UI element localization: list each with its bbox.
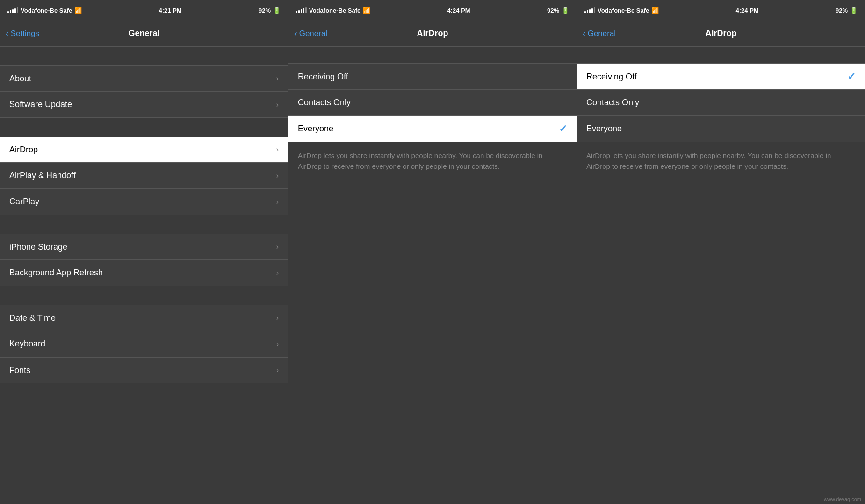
carplay-label: CarPlay [9, 197, 39, 207]
section-gap-3a [577, 47, 865, 64]
watermark: www.devaq.com [824, 497, 861, 502]
about-label: About [9, 74, 31, 84]
description-text-2: AirDrop lets you share instantly with pe… [298, 151, 567, 172]
list-item-fonts[interactable]: Fonts › [0, 357, 288, 383]
panel-airdrop-receiving-off: Vodafone-Be Safe 📶 4:24 PM 92% 🔋 ‹ Gener… [577, 0, 865, 504]
battery-icon-2: 🔋 [562, 7, 569, 14]
section-gap-1d [0, 286, 288, 305]
status-bar-1: Vodafone-Be Safe 📶 4:21 PM 92% 🔋 [0, 0, 288, 21]
software-update-label: Software Update [9, 100, 72, 109]
wifi-icon-3: 📶 [651, 7, 659, 14]
wifi-icon-1: 📶 [74, 7, 82, 14]
section-gap-1b [0, 118, 288, 137]
carrier-3: Vodafone-Be Safe [598, 7, 649, 14]
iphone-storage-label: iPhone Storage [9, 242, 67, 252]
back-chevron-1: ‹ [6, 28, 9, 39]
section-gap-1a [0, 47, 288, 65]
time-2: 4:24 PM [447, 7, 470, 14]
contacts-only-label-2: Contacts Only [298, 98, 351, 108]
status-left-1: Vodafone-Be Safe 📶 [7, 7, 82, 14]
list-item-keyboard[interactable]: Keyboard › [0, 331, 288, 357]
airdrop-label: AirDrop [9, 145, 38, 155]
everyone-label-2: Everyone [298, 124, 333, 134]
back-label-1: Settings [11, 29, 39, 38]
time-3: 4:24 PM [736, 7, 759, 14]
list-item-iphone-storage[interactable]: iPhone Storage › [0, 234, 288, 260]
status-right-3: 92% 🔋 [836, 7, 858, 14]
list-item-contacts-only-2[interactable]: Contacts Only [288, 90, 577, 116]
keyboard-chevron: › [276, 340, 279, 348]
receiving-off-label-2: Receiving Off [298, 72, 348, 82]
list-item-background-refresh[interactable]: Background App Refresh › [0, 260, 288, 286]
list-item-about[interactable]: About › [0, 65, 288, 92]
status-left-3: Vodafone-Be Safe 📶 [584, 7, 659, 14]
wifi-icon-2: 📶 [363, 7, 370, 14]
panel-general: Vodafone-Be Safe 📶 4:21 PM 92% 🔋 ‹ Setti… [0, 0, 288, 504]
list-item-airplay[interactable]: AirPlay & Handoff › [0, 163, 288, 189]
back-chevron-3: ‹ [583, 28, 586, 39]
status-bar-3: Vodafone-Be Safe 📶 4:24 PM 92% 🔋 [577, 0, 865, 21]
nav-title-1: General [128, 29, 159, 38]
back-button-2[interactable]: ‹ General [294, 28, 327, 39]
back-button-1[interactable]: ‹ Settings [6, 28, 39, 39]
fonts-chevron: › [276, 366, 279, 374]
description-area-2: AirDrop lets you share instantly with pe… [288, 142, 577, 504]
carplay-chevron: › [276, 198, 279, 206]
list-item-carplay[interactable]: CarPlay › [0, 189, 288, 215]
list-item-software-update[interactable]: Software Update › [0, 92, 288, 118]
section-gap-1c [0, 215, 288, 234]
software-update-chevron: › [276, 101, 279, 109]
airplay-label: AirPlay & Handoff [9, 171, 76, 180]
fonts-label: Fonts [9, 366, 30, 375]
time-1: 4:21 PM [159, 7, 182, 14]
receiving-off-label-3: Receiving Off [586, 72, 637, 82]
signal-icon-3 [584, 7, 595, 13]
checkmark-everyone-2: ✓ [559, 123, 567, 135]
description-area-3: AirDrop lets you share instantly with pe… [577, 142, 865, 504]
list-item-receiving-off-2[interactable]: Receiving Off [288, 64, 577, 90]
nav-title-3: AirDrop [706, 29, 737, 38]
contacts-only-label-3: Contacts Only [586, 98, 639, 108]
list-item-receiving-off-3[interactable]: Receiving Off ✓ [577, 64, 865, 90]
back-label-3: General [588, 29, 616, 38]
airdrop-chevron: › [276, 145, 279, 154]
section-gap-2a [288, 47, 577, 64]
about-chevron: › [276, 74, 279, 83]
back-button-3[interactable]: ‹ General [583, 28, 616, 39]
status-right-2: 92% 🔋 [547, 7, 569, 14]
back-label-2: General [299, 29, 327, 38]
status-bar-2: Vodafone-Be Safe 📶 4:24 PM 92% 🔋 [288, 0, 577, 21]
signal-icon-2 [296, 7, 307, 13]
everyone-label-3: Everyone [586, 124, 622, 134]
nav-bar-2: ‹ General AirDrop [288, 21, 577, 47]
status-right-1: 92% 🔋 [259, 7, 281, 14]
battery-icon-1: 🔋 [273, 7, 281, 14]
iphone-storage-chevron: › [276, 243, 279, 251]
airplay-chevron: › [276, 172, 279, 180]
list-item-everyone-3[interactable]: Everyone [577, 116, 865, 142]
status-left-2: Vodafone-Be Safe 📶 [296, 7, 370, 14]
list-item-everyone-2[interactable]: Everyone ✓ [288, 116, 577, 142]
keyboard-label: Keyboard [9, 339, 45, 349]
checkmark-receiving-off-3: ✓ [847, 71, 856, 83]
carrier-1: Vodafone-Be Safe [21, 7, 72, 14]
battery-pct-1: 92% [259, 7, 271, 14]
back-chevron-2: ‹ [294, 28, 297, 39]
battery-icon-3: 🔋 [850, 7, 858, 14]
list-item-airdrop[interactable]: AirDrop › [0, 137, 288, 163]
date-time-label: Date & Time [9, 313, 56, 323]
background-refresh-label: Background App Refresh [9, 268, 103, 278]
list-item-date-time[interactable]: Date & Time › [0, 305, 288, 331]
nav-title-2: AirDrop [417, 29, 448, 38]
battery-pct-2: 92% [547, 7, 559, 14]
signal-icon-1 [7, 7, 18, 13]
background-refresh-chevron: › [276, 269, 279, 277]
list-item-contacts-only-3[interactable]: Contacts Only [577, 90, 865, 116]
nav-bar-1: ‹ Settings General [0, 21, 288, 47]
carrier-2: Vodafone-Be Safe [309, 7, 360, 14]
nav-bar-3: ‹ General AirDrop [577, 21, 865, 47]
panel-airdrop-everyone: Vodafone-Be Safe 📶 4:24 PM 92% 🔋 ‹ Gener… [288, 0, 577, 504]
battery-pct-3: 92% [836, 7, 848, 14]
date-time-chevron: › [276, 314, 279, 322]
description-text-3: AirDrop lets you share instantly with pe… [586, 151, 856, 172]
